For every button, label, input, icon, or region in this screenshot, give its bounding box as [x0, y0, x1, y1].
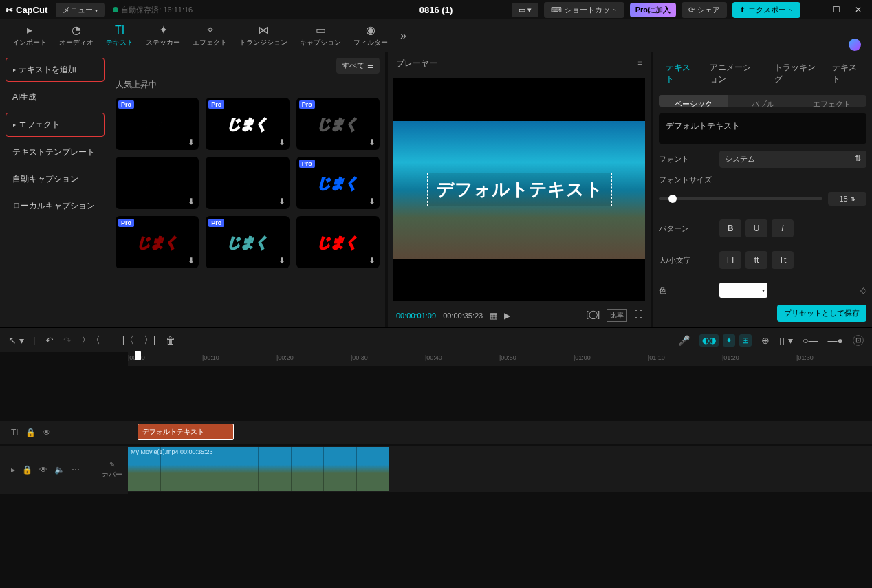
tab-more[interactable]: » [395, 27, 412, 45]
minimize-button[interactable]: — [806, 1, 822, 18]
sidebar-auto-caption[interactable]: 自動キャプション [6, 168, 105, 190]
redo-button[interactable]: ↷ [63, 335, 72, 346]
case-title[interactable]: Tt [772, 251, 794, 269]
split-button[interactable]: 〉〈 [81, 334, 100, 347]
playhead[interactable] [138, 352, 138, 588]
preset-7[interactable]: Proじまく⬇ [206, 216, 289, 268]
mute-icon[interactable]: 🔈 [54, 465, 65, 475]
download-icon[interactable]: ⬇ [279, 197, 285, 206]
tab-filter[interactable]: ◉フィルター [348, 21, 393, 50]
aspect-button[interactable]: ▭ ▾ [512, 3, 538, 17]
share-button[interactable]: ⟳ シェア [682, 2, 727, 18]
diamond-icon[interactable]: ◇ [860, 285, 866, 295]
color-swatch[interactable]: ▾ [719, 283, 767, 298]
video-clip[interactable]: My Movie(1).mp4 00:00:35:23 [128, 447, 389, 491]
preset-8[interactable]: じまく⬇ [296, 216, 380, 268]
size-input[interactable]: 15 ⇅ [828, 192, 866, 206]
cursor-tool[interactable]: ↖ ▾ [8, 335, 24, 346]
play-button[interactable]: ▶ [504, 311, 510, 320]
tab-audio[interactable]: ◔オーディオ [54, 21, 99, 50]
trim-left[interactable]: ]〈 [122, 334, 134, 347]
zoom-slider[interactable]: —● [828, 335, 843, 346]
player-viewport[interactable]: デフォルトテキスト [393, 78, 645, 301]
sidebar-local-caption[interactable]: ローカルキャプション [6, 195, 105, 217]
fullscreen-icon[interactable]: ⛶ [634, 309, 642, 322]
zoom-out[interactable]: ○— [803, 335, 818, 346]
sidebar-add-text[interactable]: ▸テキストを追加 [6, 58, 105, 82]
download-icon[interactable]: ⬇ [188, 197, 195, 206]
tab-sticker[interactable]: ✦ステッカー [140, 21, 186, 50]
lock-icon[interactable]: 🔒 [25, 428, 36, 437]
text-overlay[interactable]: デフォルトテキスト [427, 173, 612, 206]
preset-1[interactable]: Proじまく⬇ [206, 98, 289, 150]
tab-transition[interactable]: ⋈トランジション [234, 21, 293, 50]
tab-import[interactable]: ▸インポート [7, 21, 52, 50]
underline-button[interactable]: U [745, 219, 767, 237]
inspector-tab-track[interactable]: トラッキング [767, 58, 822, 89]
case-lower[interactable]: tt [745, 251, 767, 269]
grid-icon[interactable]: ▦ [490, 311, 497, 320]
mic-icon[interactable]: 🎤 [678, 335, 690, 346]
subtab-basic[interactable]: ベーシック [659, 95, 728, 107]
text-clip[interactable]: デフォルトテキスト [138, 424, 234, 440]
font-select[interactable]: システム⇅ [719, 151, 866, 168]
preset-5[interactable]: Proじまく⬇ [296, 157, 380, 209]
inspector-tab-more[interactable]: テキスト [825, 58, 866, 89]
save-preset-button[interactable]: プリセットとして保存 [777, 305, 866, 322]
magnet-button[interactable]: ◐◑ [699, 334, 719, 347]
download-icon[interactable]: ⬇ [188, 138, 195, 147]
subtab-effect[interactable]: エフェクト [797, 95, 866, 107]
preset-6[interactable]: Proじまく⬇ [116, 216, 199, 268]
timeline-ruler[interactable]: |00:00|00:10|00:20|00:30|00:40|00:50|01:… [128, 352, 872, 366]
cover-button[interactable]: ✎カバー [96, 446, 128, 494]
preset-0[interactable]: Proじまく⬇ [116, 98, 199, 150]
preset-3[interactable]: じまく⬇ [116, 157, 199, 209]
tab-text[interactable]: TIテキスト [100, 21, 139, 50]
sidebar-template[interactable]: テキストテンプレート [6, 141, 105, 164]
italic-button[interactable]: I [772, 219, 794, 237]
color-wheel-icon[interactable] [849, 39, 861, 51]
delete-button[interactable]: 🗑 [166, 335, 175, 346]
ratio-button[interactable]: 比率 [607, 309, 627, 322]
download-icon[interactable]: ⬇ [369, 256, 375, 265]
snap-button[interactable]: ✦ [723, 334, 735, 347]
tab-effect[interactable]: ✧エフェクト [187, 21, 232, 50]
download-icon[interactable]: ⬇ [279, 138, 285, 147]
subtab-bubble[interactable]: バブル [728, 95, 798, 107]
more-icon[interactable]: ⋯ [72, 465, 80, 475]
pro-button[interactable]: Proに加入 [630, 3, 676, 17]
sidebar-effect[interactable]: ▸エフェクト [6, 113, 105, 137]
timeline[interactable]: |00:00|00:10|00:20|00:30|00:40|00:50|01:… [0, 352, 872, 588]
inspector-tab-anim[interactable]: アニメーション [703, 58, 765, 89]
align-icon[interactable]: ⊕ [761, 335, 770, 346]
download-icon[interactable]: ⬇ [369, 197, 375, 206]
link-button[interactable]: ⊞ [739, 334, 752, 347]
eye-icon[interactable]: 👁 [39, 465, 47, 475]
download-icon[interactable]: ⬇ [369, 138, 375, 147]
filter-button[interactable]: すべて ☰ [336, 58, 380, 74]
download-icon[interactable]: ⬇ [279, 256, 285, 265]
size-slider[interactable] [659, 197, 822, 200]
project-title[interactable]: 0816 (1) [419, 5, 453, 15]
zoom-fit[interactable]: ⊡ [853, 335, 864, 346]
trim-right[interactable]: 〉[ [144, 334, 156, 347]
preset-2[interactable]: Proじまく⬇ [296, 98, 380, 150]
inspector-tab-text[interactable]: テキスト [659, 58, 700, 89]
menu-button[interactable]: メニュー ▾ [56, 3, 105, 17]
export-button[interactable]: ⬆ エクスポート [732, 2, 800, 18]
player-menu-icon[interactable]: ≡ [637, 58, 642, 69]
close-button[interactable]: ✕ [850, 1, 866, 18]
download-icon[interactable]: ⬇ [188, 256, 195, 265]
maximize-button[interactable]: ☐ [828, 1, 844, 18]
shortcut-button[interactable]: ⌨ ショートカット [544, 2, 624, 18]
lock-icon[interactable]: 🔒 [22, 465, 32, 475]
undo-button[interactable]: ↶ [45, 335, 54, 346]
preset-4[interactable]: じまく⬇ [206, 157, 289, 209]
view-icon[interactable]: ◫▾ [779, 335, 793, 346]
tab-caption[interactable]: ▭キャプション [294, 21, 347, 50]
bold-button[interactable]: B [719, 219, 741, 237]
text-content-input[interactable] [659, 113, 866, 144]
snap-icon[interactable]: [◯] [586, 309, 600, 322]
sidebar-ai-gen[interactable]: AI生成 [6, 86, 105, 109]
case-upper[interactable]: TT [719, 251, 741, 269]
